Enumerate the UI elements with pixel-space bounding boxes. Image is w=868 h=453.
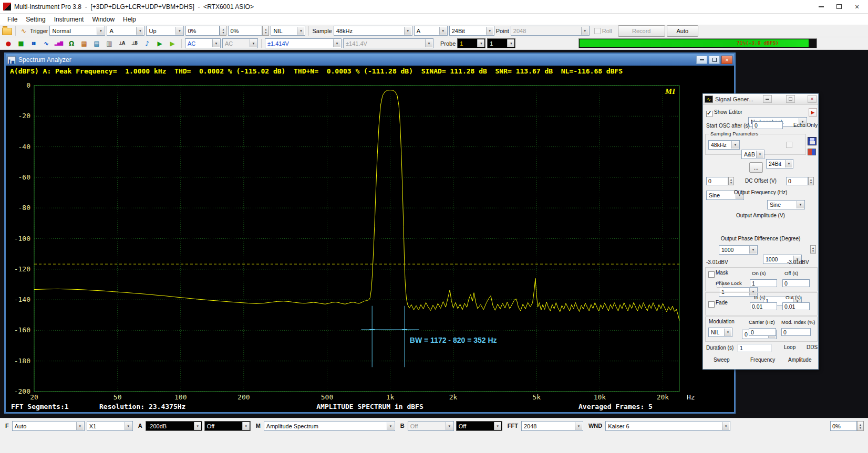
roll-checkbox[interactable] [594, 28, 601, 34]
a-extra-select[interactable]: Off [204, 421, 251, 431]
show-editor-checkbox[interactable] [706, 111, 712, 117]
modulation-type-select[interactable]: NIL [708, 328, 732, 337]
point-count-select[interactable]: 2048 [511, 26, 590, 36]
waveform-b-select[interactable]: Sine [767, 200, 805, 209]
start-output-button[interactable] [809, 108, 817, 117]
sweep-label: Sweep [714, 357, 730, 363]
generator-channels-select[interactable]: A&B [741, 150, 764, 159]
record-icon[interactable]: ● [2, 38, 14, 49]
input-level-meter-text: 71%(-3.0 dBFS) [737, 40, 779, 46]
trigger-level-spinner[interactable]: 0% [185, 26, 226, 36]
probe-b-select[interactable]: 1 [487, 38, 515, 48]
b-extra-select[interactable]: Off [456, 421, 502, 431]
spinner-arrows-icon[interactable] [728, 177, 734, 185]
dc-offset-a-field[interactable]: 0 [706, 177, 728, 185]
generator-bits-select[interactable]: 24Bit [766, 159, 793, 168]
waveform-library-icon[interactable] [808, 149, 816, 155]
signal-generator-titlebar[interactable]: Signal Gener... [703, 94, 818, 105]
spinner-arrows-icon[interactable] [810, 245, 816, 254]
spinner-arrows-icon[interactable] [262, 26, 269, 36]
chart-title: AMPLITUDE SPECTRUM in dBFS [316, 403, 423, 410]
record-button[interactable]: Record [618, 25, 665, 37]
spectrum-window-titlebar[interactable]: ▌▆ Spectrum Analyzer × [6, 54, 734, 66]
app-maximize-button[interactable] [831, 2, 847, 12]
a-range-select[interactable]: -200dB [146, 421, 202, 431]
frequency-axis-select[interactable]: Auto [12, 421, 85, 431]
overlap-spinner[interactable]: 0% [830, 421, 864, 431]
multimeter-icon[interactable]: Ω [65, 38, 77, 49]
menu-file[interactable]: File [3, 15, 22, 24]
fade-out-field[interactable]: 0.01 [782, 302, 810, 310]
trigger-edge-select[interactable]: Up [146, 26, 184, 36]
spectrum-minimize-button[interactable] [696, 56, 707, 64]
trigger-mode-select[interactable]: Normal [49, 26, 105, 36]
stop-icon[interactable]: ■ [15, 38, 27, 49]
spinner-arrows-icon[interactable] [857, 421, 864, 431]
fade-group: In (s) Out (s) Fade 0.01 0.01 [705, 292, 818, 315]
auto-button[interactable]: Auto [667, 25, 698, 37]
modulation-label: Modulation [709, 319, 735, 324]
fade-out-label: Out (s) [786, 294, 801, 300]
pause-icon[interactable]: ▮▮ [27, 38, 39, 49]
spectrum-3d-icon[interactable]: ▦ [78, 38, 90, 49]
volume-icon[interactable]: ♪ [141, 38, 153, 49]
spectrum-restore-button[interactable] [709, 56, 720, 64]
range-a-select[interactable]: ±1.414V [265, 38, 342, 48]
sg-close-button[interactable]: × [808, 95, 817, 103]
fade-in-field[interactable]: 0.01 [750, 302, 777, 310]
spectrum-analyzer-icon[interactable]: ▂▅▇ [53, 38, 65, 49]
printer-icon[interactable]: ▥ [103, 38, 115, 49]
display-mode-select[interactable]: Amplitude Spectrum [264, 421, 395, 431]
label-a-icon[interactable]: ⊥A [116, 38, 128, 49]
probe-a-select[interactable]: 1 [457, 38, 485, 48]
mask-off-field[interactable]: 0 [782, 279, 810, 287]
menu-help[interactable]: Help [119, 15, 140, 24]
waveform-more-button[interactable]: ... [749, 162, 763, 173]
fade-checkbox[interactable] [708, 301, 715, 308]
spectrum-close-button[interactable]: × [721, 56, 732, 64]
spectrum-chart[interactable]: 0-20-40-60-80-100-120-140-160-180-200205… [7, 77, 735, 402]
frequency-a-select[interactable]: 1000 [719, 245, 758, 255]
sample-channel-select[interactable]: A [414, 26, 448, 36]
zoom-select[interactable]: X1 [87, 421, 133, 431]
save-waveform-icon[interactable] [808, 137, 817, 145]
app-minimize-button[interactable] [813, 2, 829, 12]
dc-offset-b-field[interactable]: 0 [786, 177, 808, 185]
start-osc-field[interactable]: 0 [752, 121, 783, 129]
open-file-icon[interactable] [2, 28, 12, 35]
range-b-select[interactable]: ±141.4V [343, 38, 433, 48]
app-titlebar[interactable]: Multi-Instrument Pro 3.8 - [+3DP+DLG+LCR… [0, 0, 868, 14]
window-function-select[interactable]: Kaiser 6 [605, 421, 730, 431]
app-close-button[interactable]: × [849, 2, 865, 12]
trigger-delay-spinner[interactable]: 0% [228, 26, 269, 36]
menu-setting[interactable]: Setting [22, 15, 49, 24]
menubar: File Setting Instrument Window Help [0, 14, 868, 25]
menu-window[interactable]: Window [88, 15, 119, 24]
mod-index-field[interactable]: 0 [781, 328, 811, 336]
sample-bits-select[interactable]: 24Bit [449, 26, 494, 36]
trigger-source-select[interactable]: A [107, 26, 144, 36]
coupling-b-select[interactable]: AC [222, 38, 258, 48]
b-range-select[interactable]: Off [408, 421, 454, 431]
spinner-arrows-icon[interactable] [808, 177, 814, 185]
coupling-a-select[interactable]: AC [185, 38, 221, 48]
mask-checkbox[interactable] [708, 271, 715, 278]
trigger-hpf-select[interactable]: NIL [271, 26, 305, 36]
label-b-icon[interactable]: ⊥B [128, 38, 140, 49]
spinner-arrows-icon[interactable] [220, 26, 226, 36]
fft-points-select[interactable]: 2048 [521, 421, 583, 431]
sample-rate-select[interactable]: 48kHz [334, 26, 412, 36]
play-icon[interactable]: ▶ [153, 38, 166, 49]
menu-instrument[interactable]: Instrument [50, 15, 88, 24]
duration-field[interactable]: 1 [738, 344, 771, 352]
app-icon [3, 3, 11, 10]
data-logger-icon[interactable]: ▤ [90, 38, 102, 49]
carrier-field[interactable]: 0 [749, 328, 776, 336]
generator-run-icon[interactable]: ▶ [166, 38, 178, 49]
mask-on-field[interactable]: 1 [750, 279, 777, 287]
generator-rate-select[interactable]: 48kHz [708, 140, 740, 150]
sg-maximize-button[interactable] [786, 95, 795, 103]
sg-minimize-button[interactable] [763, 95, 772, 103]
roll-label: Roll [602, 28, 612, 34]
oscilloscope-icon[interactable]: ∿ [40, 38, 52, 49]
